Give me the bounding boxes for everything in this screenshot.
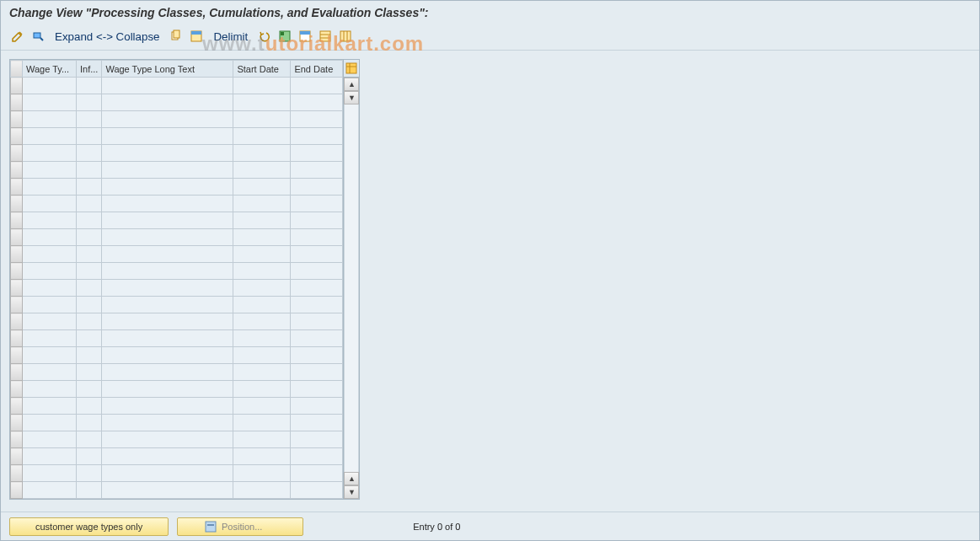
cell[interactable] bbox=[77, 415, 102, 431]
cell[interactable] bbox=[102, 482, 233, 499]
cell[interactable] bbox=[77, 179, 102, 196]
cell[interactable] bbox=[102, 465, 233, 482]
cell[interactable] bbox=[291, 398, 343, 415]
table-row[interactable] bbox=[11, 448, 343, 465]
cell[interactable] bbox=[23, 111, 77, 128]
cell[interactable] bbox=[23, 179, 77, 196]
cell[interactable] bbox=[102, 94, 233, 111]
cell[interactable] bbox=[291, 94, 343, 111]
row-selector[interactable] bbox=[11, 196, 23, 212]
table-row[interactable] bbox=[11, 78, 343, 94]
cell[interactable] bbox=[77, 482, 102, 499]
cell[interactable] bbox=[23, 448, 77, 465]
row-selector[interactable] bbox=[11, 347, 23, 364]
cell[interactable] bbox=[233, 263, 291, 280]
cell[interactable] bbox=[233, 94, 291, 111]
table-row[interactable] bbox=[11, 145, 343, 162]
cell[interactable] bbox=[291, 330, 343, 347]
cell[interactable] bbox=[23, 229, 77, 246]
table-row[interactable] bbox=[11, 482, 343, 499]
cell[interactable] bbox=[23, 280, 77, 297]
row-selector[interactable] bbox=[11, 128, 23, 145]
row-selector[interactable] bbox=[11, 111, 23, 128]
cell[interactable] bbox=[233, 313, 291, 330]
row-selector[interactable] bbox=[11, 482, 23, 499]
cell[interactable] bbox=[102, 179, 233, 196]
cell[interactable] bbox=[233, 431, 291, 448]
cell[interactable] bbox=[291, 448, 343, 465]
row-selector[interactable] bbox=[11, 465, 23, 482]
cell[interactable] bbox=[23, 431, 77, 448]
table-row[interactable] bbox=[11, 381, 343, 398]
cell[interactable] bbox=[102, 145, 233, 162]
cell[interactable] bbox=[102, 448, 233, 465]
cell[interactable] bbox=[233, 145, 291, 162]
row-selector[interactable] bbox=[11, 179, 23, 196]
cell[interactable] bbox=[23, 398, 77, 415]
cell[interactable] bbox=[291, 347, 343, 364]
cell[interactable] bbox=[291, 482, 343, 499]
cell[interactable] bbox=[23, 246, 77, 263]
scroll-track[interactable] bbox=[344, 104, 359, 472]
undo-button[interactable] bbox=[256, 28, 273, 45]
cell[interactable] bbox=[77, 431, 102, 448]
row-selector[interactable] bbox=[11, 78, 23, 94]
table-row[interactable] bbox=[11, 94, 343, 111]
scroll-up-button-2[interactable]: ▲ bbox=[344, 472, 359, 485]
cell[interactable] bbox=[77, 330, 102, 347]
cell[interactable] bbox=[23, 482, 77, 499]
cell[interactable] bbox=[102, 297, 233, 313]
table-row[interactable] bbox=[11, 212, 343, 229]
cell[interactable] bbox=[291, 297, 343, 313]
cell[interactable] bbox=[291, 111, 343, 128]
row-selector[interactable] bbox=[11, 398, 23, 415]
table-row[interactable] bbox=[11, 162, 343, 179]
cell[interactable] bbox=[23, 381, 77, 398]
cell[interactable] bbox=[291, 280, 343, 297]
cell[interactable] bbox=[77, 280, 102, 297]
cell[interactable] bbox=[233, 78, 291, 94]
cell[interactable] bbox=[291, 246, 343, 263]
table-row[interactable] bbox=[11, 297, 343, 313]
cell[interactable] bbox=[233, 448, 291, 465]
cell[interactable] bbox=[291, 145, 343, 162]
cell[interactable] bbox=[77, 212, 102, 229]
row-selector[interactable] bbox=[11, 381, 23, 398]
cell[interactable] bbox=[77, 246, 102, 263]
row-selector[interactable] bbox=[11, 297, 23, 313]
table-row[interactable] bbox=[11, 431, 343, 448]
cell[interactable] bbox=[102, 229, 233, 246]
table-row[interactable] bbox=[11, 196, 343, 212]
table-row[interactable] bbox=[11, 246, 343, 263]
cell[interactable] bbox=[77, 398, 102, 415]
table-row[interactable] bbox=[11, 313, 343, 330]
cell[interactable] bbox=[102, 111, 233, 128]
row-selector[interactable] bbox=[11, 448, 23, 465]
cell[interactable] bbox=[233, 398, 291, 415]
cell[interactable] bbox=[77, 297, 102, 313]
cell[interactable] bbox=[77, 196, 102, 212]
cell[interactable] bbox=[233, 364, 291, 381]
cell[interactable] bbox=[77, 229, 102, 246]
column-header[interactable]: End Date bbox=[291, 61, 343, 78]
deselect-all-button[interactable] bbox=[297, 28, 313, 45]
row-selector[interactable] bbox=[11, 229, 23, 246]
row-selector[interactable] bbox=[11, 263, 23, 280]
cell[interactable] bbox=[23, 78, 77, 94]
cell[interactable] bbox=[291, 78, 343, 94]
cell[interactable] bbox=[102, 313, 233, 330]
cell[interactable] bbox=[102, 364, 233, 381]
cell[interactable] bbox=[291, 128, 343, 145]
cell[interactable] bbox=[233, 280, 291, 297]
cell[interactable] bbox=[102, 415, 233, 431]
table-row[interactable] bbox=[11, 280, 343, 297]
cell[interactable] bbox=[23, 162, 77, 179]
cell[interactable] bbox=[233, 381, 291, 398]
table-row[interactable] bbox=[11, 229, 343, 246]
cell[interactable] bbox=[102, 280, 233, 297]
cell[interactable] bbox=[233, 415, 291, 431]
cell[interactable] bbox=[77, 162, 102, 179]
cell[interactable] bbox=[291, 196, 343, 212]
cell[interactable] bbox=[102, 196, 233, 212]
cell[interactable] bbox=[233, 330, 291, 347]
